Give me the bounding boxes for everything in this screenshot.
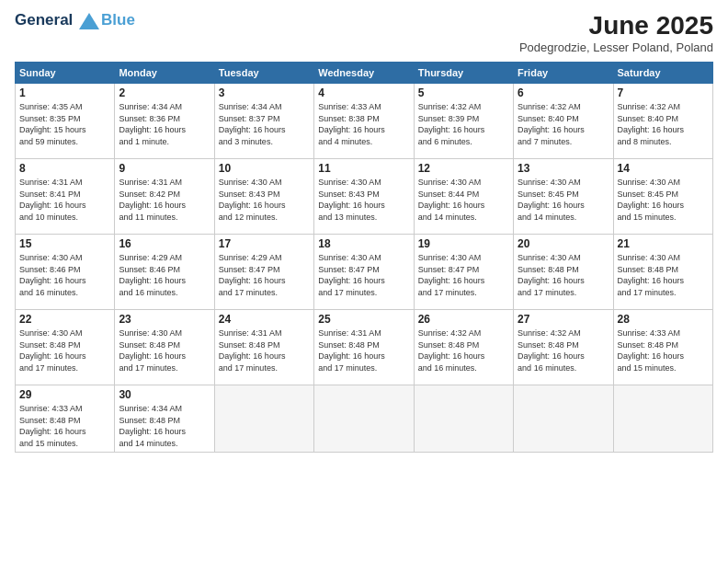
logo-general-text: General <box>15 11 73 29</box>
day-number: 12 <box>418 162 509 175</box>
calendar-cell: 10Sunrise: 4:30 AMSunset: 8:43 PMDayligh… <box>214 159 313 235</box>
day-number: 9 <box>119 162 210 175</box>
day-info: Sunrise: 4:31 AMSunset: 8:48 PMDaylight:… <box>318 327 409 373</box>
title-block: June 2025 Podegrodzie, Lesser Poland, Po… <box>519 11 713 54</box>
calendar-cell: 22Sunrise: 4:30 AMSunset: 8:48 PMDayligh… <box>16 310 115 385</box>
col-header-sunday: Sunday <box>16 63 115 84</box>
day-info: Sunrise: 4:30 AMSunset: 8:48 PMDaylight:… <box>518 252 609 298</box>
day-info: Sunrise: 4:33 AMSunset: 8:38 PMDaylight:… <box>318 101 409 147</box>
day-number: 22 <box>19 313 110 326</box>
logo-icon <box>79 13 99 29</box>
calendar-cell: 28Sunrise: 4:33 AMSunset: 8:48 PMDayligh… <box>613 310 712 385</box>
page: General Blue June 2025 Podegrodzie, Less… <box>0 0 728 563</box>
calendar-cell: 1Sunrise: 4:35 AMSunset: 8:35 PMDaylight… <box>16 84 115 159</box>
calendar-cell <box>514 385 613 453</box>
day-number: 16 <box>119 237 210 250</box>
day-info: Sunrise: 4:30 AMSunset: 8:43 PMDaylight:… <box>318 177 409 223</box>
day-info: Sunrise: 4:30 AMSunset: 8:46 PMDaylight:… <box>19 252 110 298</box>
day-info: Sunrise: 4:31 AMSunset: 8:48 PMDaylight:… <box>219 327 310 373</box>
calendar-table: SundayMondayTuesdayWednesdayThursdayFrid… <box>15 62 713 453</box>
day-info: Sunrise: 4:33 AMSunset: 8:48 PMDaylight:… <box>618 327 709 373</box>
day-number: 8 <box>19 162 110 175</box>
col-header-saturday: Saturday <box>613 63 712 84</box>
day-number: 1 <box>19 86 110 99</box>
calendar-cell: 19Sunrise: 4:30 AMSunset: 8:47 PMDayligh… <box>414 235 513 310</box>
calendar-cell: 11Sunrise: 4:30 AMSunset: 8:43 PMDayligh… <box>314 159 414 235</box>
calendar-cell <box>214 385 313 453</box>
day-info: Sunrise: 4:34 AMSunset: 8:48 PMDaylight:… <box>119 403 210 449</box>
day-info: Sunrise: 4:30 AMSunset: 8:47 PMDaylight:… <box>318 252 409 298</box>
calendar-cell: 17Sunrise: 4:29 AMSunset: 8:47 PMDayligh… <box>214 235 313 310</box>
calendar-cell: 12Sunrise: 4:30 AMSunset: 8:44 PMDayligh… <box>414 159 513 235</box>
col-header-thursday: Thursday <box>414 63 513 84</box>
day-info: Sunrise: 4:32 AMSunset: 8:48 PMDaylight:… <box>418 327 509 373</box>
calendar-cell: 30Sunrise: 4:34 AMSunset: 8:48 PMDayligh… <box>115 385 214 453</box>
day-info: Sunrise: 4:32 AMSunset: 8:40 PMDaylight:… <box>518 101 609 147</box>
day-number: 20 <box>518 237 609 250</box>
calendar-cell: 29Sunrise: 4:33 AMSunset: 8:48 PMDayligh… <box>16 385 115 453</box>
day-info: Sunrise: 4:30 AMSunset: 8:43 PMDaylight:… <box>219 177 310 223</box>
day-number: 27 <box>518 313 609 326</box>
calendar-cell: 26Sunrise: 4:32 AMSunset: 8:48 PMDayligh… <box>414 310 513 385</box>
calendar-cell: 4Sunrise: 4:33 AMSunset: 8:38 PMDaylight… <box>314 84 414 159</box>
day-number: 3 <box>219 86 310 99</box>
calendar-cell: 6Sunrise: 4:32 AMSunset: 8:40 PMDaylight… <box>514 84 613 159</box>
day-number: 25 <box>318 313 409 326</box>
day-number: 13 <box>518 162 609 175</box>
day-number: 5 <box>418 86 509 99</box>
col-header-tuesday: Tuesday <box>214 63 313 84</box>
day-info: Sunrise: 4:34 AMSunset: 8:36 PMDaylight:… <box>119 101 210 147</box>
calendar-cell: 2Sunrise: 4:34 AMSunset: 8:36 PMDaylight… <box>115 84 214 159</box>
calendar-cell: 21Sunrise: 4:30 AMSunset: 8:48 PMDayligh… <box>613 235 712 310</box>
day-info: Sunrise: 4:32 AMSunset: 8:48 PMDaylight:… <box>518 327 609 373</box>
day-info: Sunrise: 4:31 AMSunset: 8:41 PMDaylight:… <box>19 177 110 223</box>
day-number: 30 <box>119 388 210 401</box>
logo-general: General <box>15 11 99 29</box>
day-info: Sunrise: 4:29 AMSunset: 8:47 PMDaylight:… <box>219 252 310 298</box>
day-number: 21 <box>618 237 709 250</box>
day-number: 4 <box>318 86 409 99</box>
day-info: Sunrise: 4:32 AMSunset: 8:39 PMDaylight:… <box>418 101 509 147</box>
day-number: 15 <box>19 237 110 250</box>
day-info: Sunrise: 4:29 AMSunset: 8:46 PMDaylight:… <box>119 252 210 298</box>
col-header-friday: Friday <box>514 63 613 84</box>
calendar-cell: 25Sunrise: 4:31 AMSunset: 8:48 PMDayligh… <box>314 310 414 385</box>
day-info: Sunrise: 4:35 AMSunset: 8:35 PMDaylight:… <box>19 101 110 147</box>
logo: General Blue <box>15 11 135 29</box>
calendar-cell: 15Sunrise: 4:30 AMSunset: 8:46 PMDayligh… <box>16 235 115 310</box>
day-number: 14 <box>618 162 709 175</box>
calendar-cell: 3Sunrise: 4:34 AMSunset: 8:37 PMDaylight… <box>214 84 313 159</box>
svg-marker-0 <box>79 13 99 29</box>
col-header-monday: Monday <box>115 63 214 84</box>
day-info: Sunrise: 4:30 AMSunset: 8:44 PMDaylight:… <box>418 177 509 223</box>
calendar-cell: 27Sunrise: 4:32 AMSunset: 8:48 PMDayligh… <box>514 310 613 385</box>
day-info: Sunrise: 4:32 AMSunset: 8:40 PMDaylight:… <box>618 101 709 147</box>
day-number: 11 <box>318 162 409 175</box>
day-number: 23 <box>119 313 210 326</box>
day-number: 6 <box>518 86 609 99</box>
day-number: 26 <box>418 313 509 326</box>
day-number: 17 <box>219 237 310 250</box>
calendar-cell: 5Sunrise: 4:32 AMSunset: 8:39 PMDaylight… <box>414 84 513 159</box>
day-number: 2 <box>119 86 210 99</box>
day-info: Sunrise: 4:30 AMSunset: 8:45 PMDaylight:… <box>618 177 709 223</box>
col-header-wednesday: Wednesday <box>314 63 414 84</box>
calendar-cell: 7Sunrise: 4:32 AMSunset: 8:40 PMDaylight… <box>613 84 712 159</box>
calendar-cell: 16Sunrise: 4:29 AMSunset: 8:46 PMDayligh… <box>115 235 214 310</box>
day-info: Sunrise: 4:30 AMSunset: 8:48 PMDaylight:… <box>119 327 210 373</box>
calendar-cell: 20Sunrise: 4:30 AMSunset: 8:48 PMDayligh… <box>514 235 613 310</box>
calendar-cell: 8Sunrise: 4:31 AMSunset: 8:41 PMDaylight… <box>16 159 115 235</box>
day-info: Sunrise: 4:30 AMSunset: 8:45 PMDaylight:… <box>518 177 609 223</box>
day-number: 18 <box>318 237 409 250</box>
day-number: 10 <box>219 162 310 175</box>
day-info: Sunrise: 4:33 AMSunset: 8:48 PMDaylight:… <box>19 403 110 449</box>
calendar-cell <box>613 385 712 453</box>
calendar-cell: 24Sunrise: 4:31 AMSunset: 8:48 PMDayligh… <box>214 310 313 385</box>
day-info: Sunrise: 4:31 AMSunset: 8:42 PMDaylight:… <box>119 177 210 223</box>
calendar-cell: 9Sunrise: 4:31 AMSunset: 8:42 PMDaylight… <box>115 159 214 235</box>
calendar-cell: 18Sunrise: 4:30 AMSunset: 8:47 PMDayligh… <box>314 235 414 310</box>
day-number: 19 <box>418 237 509 250</box>
calendar-cell: 14Sunrise: 4:30 AMSunset: 8:45 PMDayligh… <box>613 159 712 235</box>
day-number: 28 <box>618 313 709 326</box>
calendar-cell: 23Sunrise: 4:30 AMSunset: 8:48 PMDayligh… <box>115 310 214 385</box>
